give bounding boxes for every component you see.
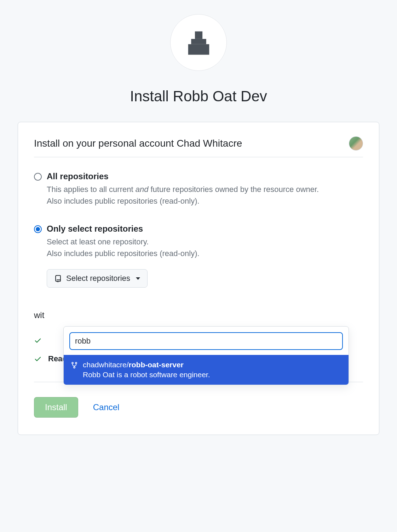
app-avatar xyxy=(170,14,227,71)
radio-content: All repositories This applies to all cur… xyxy=(47,171,363,207)
dropdown-item-content: chadwhitacre/robb-oat-server Robb Oat is… xyxy=(83,361,341,379)
repository-scope-radio-group: All repositories This applies to all cur… xyxy=(34,171,363,288)
select-repositories-button[interactable]: Select repositories xyxy=(47,269,148,288)
install-on-label: Install on your personal account Chad Wh… xyxy=(34,138,242,149)
install-card: Install on your personal account Chad Wh… xyxy=(18,122,379,435)
footer-actions: Install Cancel xyxy=(34,397,363,418)
desc-text: Select at least one repository. xyxy=(47,237,149,246)
dropdown-search-wrap xyxy=(64,327,349,355)
select-repositories-label: Only select repositories xyxy=(47,224,363,234)
page-container: Install Robb Oat Dev Install on your per… xyxy=(0,0,397,449)
svg-rect-0 xyxy=(195,31,202,39)
check-icon xyxy=(34,355,42,363)
all-repositories-description: This applies to all current and future r… xyxy=(47,183,363,207)
radio-content: Only select repositories Select at least… xyxy=(47,224,363,288)
repository-result-name: chadwhitacre/robb-oat-server xyxy=(83,361,341,369)
repository-search-dropdown: chadwhitacre/robb-oat-server Robb Oat is… xyxy=(63,326,349,385)
desc-text: future repositories owned by the resourc… xyxy=(148,185,319,194)
check-icon xyxy=(34,336,42,344)
repository-search-input[interactable] xyxy=(69,332,343,350)
radio-option-all-repositories[interactable]: All repositories This applies to all cur… xyxy=(34,171,363,207)
repository-result-item[interactable]: chadwhitacre/robb-oat-server Robb Oat is… xyxy=(64,355,349,385)
desc-em: and xyxy=(136,185,149,194)
user-avatar[interactable] xyxy=(349,136,363,151)
desc-text: Also includes public repositories (read-… xyxy=(47,249,200,258)
repo-icon xyxy=(54,275,62,282)
svg-rect-2 xyxy=(188,44,209,55)
cancel-link[interactable]: Cancel xyxy=(93,402,120,412)
svg-rect-1 xyxy=(191,39,206,44)
install-button[interactable]: Install xyxy=(34,397,78,418)
repo-owner: chadwhitacre xyxy=(83,361,127,369)
repo-name: robb-oat-server xyxy=(129,361,184,369)
permission-text xyxy=(48,336,50,345)
repo-fork-icon xyxy=(71,362,78,369)
radio-option-select-repositories[interactable]: Only select repositories Select at least… xyxy=(34,224,363,288)
page-title: Install Robb Oat Dev xyxy=(18,88,379,105)
all-repositories-label: All repositories xyxy=(47,171,363,181)
svg-point-3 xyxy=(72,362,73,364)
select-repositories-button-label: Select repositories xyxy=(66,274,130,283)
partial-text-behind-dropdown: wit xyxy=(34,310,363,320)
install-header: Install on your personal account Chad Wh… xyxy=(34,136,363,157)
svg-point-5 xyxy=(74,367,75,368)
desc-text: This applies to all current xyxy=(47,185,136,194)
radio-circle-icon xyxy=(34,173,42,181)
select-repositories-description: Select at least one repository. Also inc… xyxy=(47,236,363,259)
svg-point-4 xyxy=(75,362,77,364)
chevron-down-icon xyxy=(136,277,140,280)
desc-text: Also includes public repositories (read-… xyxy=(47,197,200,205)
radio-circle-icon xyxy=(34,225,42,233)
app-logo-icon xyxy=(184,28,214,58)
repository-result-description: Robb Oat is a robot software engineer. xyxy=(83,370,341,379)
